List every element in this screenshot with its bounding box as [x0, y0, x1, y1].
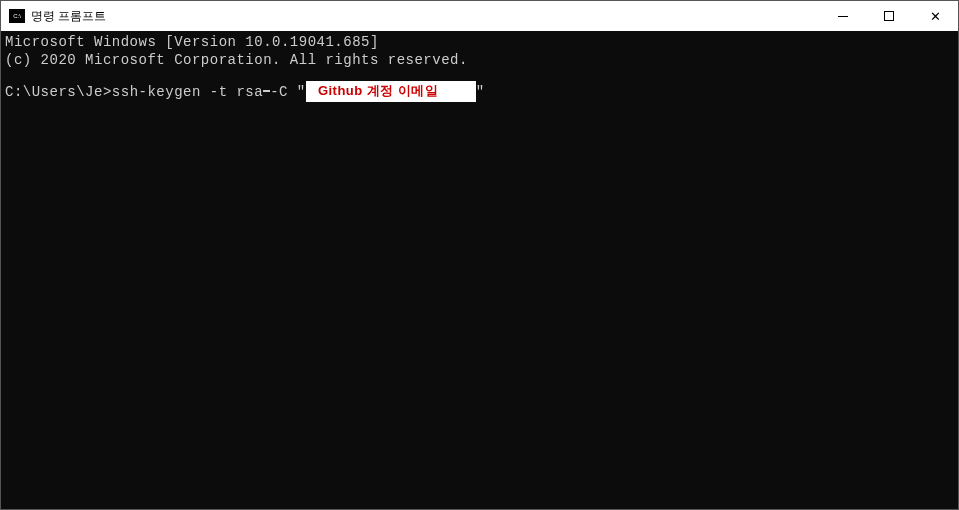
- minimize-button[interactable]: [820, 1, 866, 31]
- close-button[interactable]: ✕: [912, 1, 958, 31]
- window-controls: ✕: [820, 1, 958, 31]
- command-line: C:\Users\Je>ssh-keygen -t rsa-C " Github…: [5, 81, 954, 102]
- highlight-annotation: Github 계정 이메일: [306, 81, 476, 102]
- minimize-icon: [838, 16, 848, 17]
- terminal-content[interactable]: Microsoft Windows [Version 10.0.19041.68…: [1, 31, 958, 104]
- copyright-line: (c) 2020 Microsoft Corporation. All righ…: [5, 51, 954, 69]
- command-mid: -C ": [270, 83, 306, 101]
- cursor: [263, 90, 270, 92]
- window-title: 명령 프롬프트: [31, 8, 106, 25]
- title-bar: 명령 프롬프트 ✕: [1, 1, 958, 31]
- maximize-icon: [884, 11, 894, 21]
- close-icon: ✕: [930, 10, 941, 23]
- version-line: Microsoft Windows [Version 10.0.19041.68…: [5, 33, 954, 51]
- maximize-button[interactable]: [866, 1, 912, 31]
- cmd-icon: [9, 9, 25, 23]
- prompt-text: C:\Users\Je>: [5, 83, 112, 101]
- title-left: 명령 프롬프트: [1, 8, 106, 25]
- command-end: ": [476, 83, 485, 101]
- command-pre: ssh-keygen -t rsa: [112, 83, 263, 101]
